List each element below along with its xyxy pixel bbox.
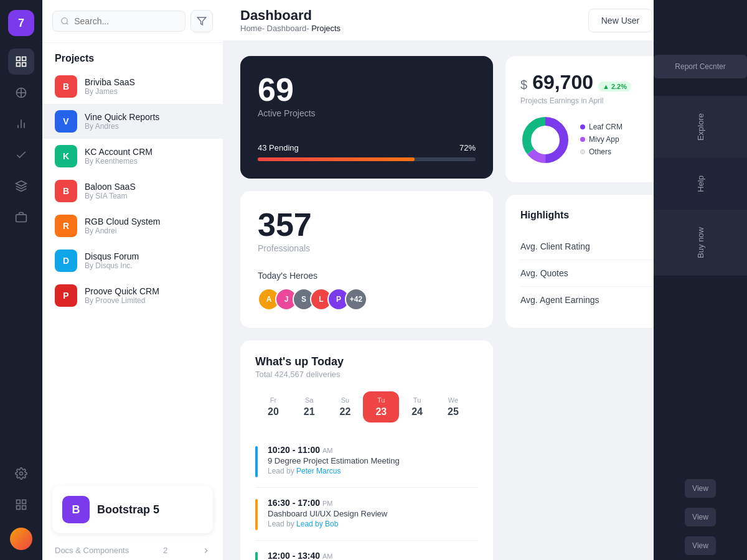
nav-dashboard-icon[interactable] <box>8 49 34 75</box>
nav-briefcase-icon[interactable] <box>8 204 34 230</box>
legend-name-others: Others <box>589 147 611 156</box>
professionals-card: 357 Professionals Today's Heroes AJSLP+4… <box>240 191 493 328</box>
search-input[interactable] <box>74 16 177 26</box>
event-lead-link[interactable]: Lead by Bob <box>296 520 338 528</box>
explore-tab[interactable]: Explore <box>654 96 747 158</box>
progress-pct: 72% <box>459 143 476 152</box>
svg-point-12 <box>20 472 23 475</box>
help-tab[interactable]: Help <box>654 158 747 210</box>
nav-check-icon[interactable] <box>8 142 34 168</box>
user-avatar-bottom[interactable] <box>10 528 32 550</box>
filter-button[interactable] <box>190 10 213 32</box>
list-item[interactable]: K KC Account CRM By Keenthemes <box>42 139 223 174</box>
project-name: Disqus Forum <box>85 251 139 261</box>
project-info: Proove Quick CRM By Proove Limited <box>85 286 159 305</box>
event-ampm: PM <box>322 500 333 507</box>
calendar-day[interactable]: Su 22 <box>327 391 364 422</box>
list-item[interactable]: R RGB Cloud System By Andrei <box>42 208 223 243</box>
filter-icon <box>197 16 207 26</box>
event-time: 12:00 - 13:40 AM <box>268 551 478 560</box>
calendar-subtitle: Total 424,567 deliveries <box>255 370 478 379</box>
legend-name-leaf: Leaf CRM <box>589 123 622 131</box>
docs-row[interactable]: Docs & Components 2 <box>42 541 223 560</box>
event-lead: Lead by Peter Marcus <box>268 467 478 475</box>
heroes-section: Today's Heroes AJSLP+42 <box>258 271 476 310</box>
svg-rect-13 <box>17 500 21 504</box>
calendar-header: What's up Today Total 424,567 deliveries <box>255 355 478 379</box>
nav-user-number[interactable]: 7 <box>8 10 34 36</box>
project-by: By James <box>85 87 135 96</box>
list-item[interactable]: B Briviba SaaS By James <box>42 69 223 104</box>
main-content-area: Dashboard Home- Dashboard- Projects New … <box>223 0 747 560</box>
buy-now-tab[interactable]: Buy now <box>654 210 747 276</box>
project-icon: B <box>55 75 77 98</box>
active-projects-number: 69 <box>258 73 476 106</box>
list-item[interactable]: D Disqus Forum By Disqus Inc. <box>42 243 223 278</box>
calendar-day[interactable]: Tu 24 <box>399 391 435 422</box>
project-by: By Keenthemes <box>85 157 153 166</box>
view-button-1[interactable]: View <box>685 479 716 498</box>
highlight-name: Avg. Agent Earnings <box>520 295 599 305</box>
left-column: 69 Active Projects 43 Pending 72% 357 Pr… <box>240 56 493 560</box>
heroes-label: Today's Heroes <box>258 271 476 281</box>
project-icon: V <box>55 110 77 133</box>
project-info: Vine Quick Reports By Andres <box>85 112 159 131</box>
left-navigation: 7 <box>0 0 42 560</box>
list-item[interactable]: V Vine Quick Reports By Andres <box>42 104 223 139</box>
project-name: Vine Quick Reports <box>85 112 159 122</box>
project-info: Baloon SaaS By SIA Team <box>85 182 136 200</box>
page-title: Dashboard <box>240 7 341 24</box>
calendar-day[interactable]: Sa 21 <box>291 391 327 422</box>
list-item[interactable]: P Proove Quick CRM By Proove Limited <box>42 278 223 313</box>
search-input-wrapper[interactable] <box>52 11 186 32</box>
day-number: 22 <box>340 406 351 418</box>
active-projects-card: 69 Active Projects 43 Pending 72% <box>240 56 493 179</box>
calendar-day[interactable]: We 25 <box>435 391 471 422</box>
nav-grid2-icon[interactable] <box>8 492 34 518</box>
project-icon: P <box>55 284 77 307</box>
svg-rect-16 <box>22 506 26 510</box>
project-icon: K <box>55 145 77 167</box>
pending-row: 43 Pending 72% <box>258 143 476 152</box>
view-button-3[interactable]: View <box>685 536 716 555</box>
day-name: We <box>448 396 458 404</box>
event-bar <box>255 499 258 530</box>
event-lead-link[interactable]: Peter Marcus <box>296 467 341 475</box>
calendar-day[interactable]: Tu 23 <box>363 391 399 422</box>
report-center-button[interactable]: Report Cecnter <box>654 55 747 78</box>
project-info: Briviba SaaS By James <box>85 77 135 96</box>
project-name: Briviba SaaS <box>85 77 135 87</box>
sidebar: Projects B Briviba SaaS By James V Vine … <box>42 0 223 560</box>
svg-rect-11 <box>16 215 27 222</box>
day-number: 24 <box>411 406 423 418</box>
project-icon: B <box>55 180 77 202</box>
nav-settings-icon[interactable] <box>8 460 34 487</box>
calendar-section: What's up Today Total 424,567 deliveries… <box>240 340 493 560</box>
nav-grid-icon[interactable] <box>8 80 34 106</box>
project-by: By Disqus Inc. <box>85 261 139 270</box>
trend-icon: ▲ <box>603 83 609 90</box>
professionals-number: 357 <box>258 208 476 241</box>
breadcrumb-text: Home- Dashboard- <box>240 24 311 33</box>
bootstrap-banner[interactable]: B Bootstrap 5 <box>52 486 213 533</box>
avatar-number: 7 <box>18 17 24 30</box>
nav-layers-icon[interactable] <box>8 173 34 199</box>
svg-line-18 <box>67 23 68 25</box>
nav-chart-icon[interactable] <box>8 111 34 137</box>
new-user-button[interactable]: New User <box>588 9 652 32</box>
bootstrap-text: Bootstrap 5 <box>97 503 159 516</box>
active-projects-label: Active Projects <box>258 108 476 118</box>
project-by: By Andres <box>85 122 159 131</box>
project-list: B Briviba SaaS By James V Vine Quick Rep… <box>42 69 223 478</box>
calendar-day[interactable]: Fr 20 <box>255 391 291 422</box>
list-item: 10:20 - 11:00 AM 9 Degree Project Estima… <box>255 435 478 488</box>
day-name: Tu <box>413 396 421 404</box>
list-item[interactable]: B Baloon SaaS By SIA Team <box>42 174 223 208</box>
project-name: RGB Cloud System <box>85 217 160 226</box>
view-button-2[interactable]: View <box>685 508 716 526</box>
project-icon: R <box>55 215 77 237</box>
side-panel: Report Cecnter Explore Help Buy now View… <box>654 0 747 560</box>
project-by: By Andrei <box>85 226 160 235</box>
svg-rect-1 <box>22 57 26 61</box>
event-time: 10:20 - 11:00 AM <box>268 445 478 455</box>
